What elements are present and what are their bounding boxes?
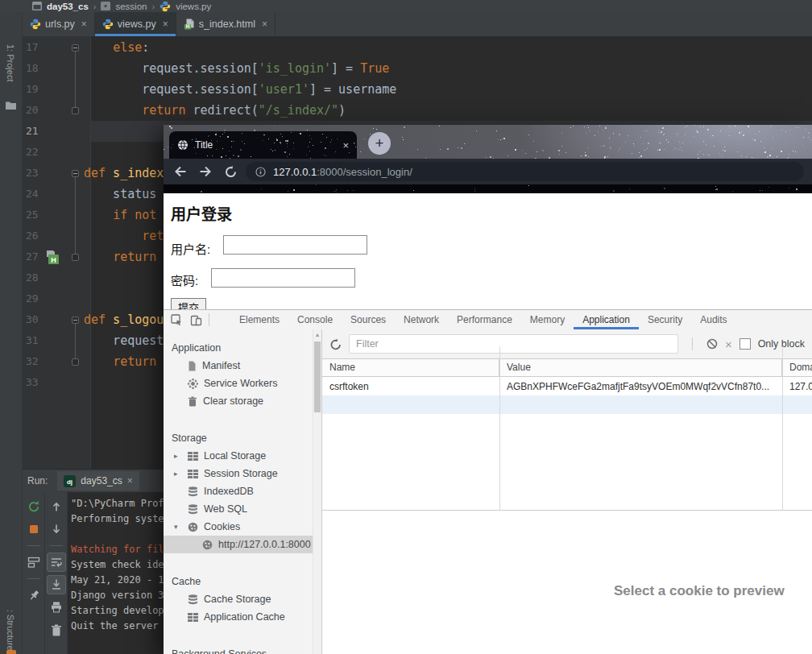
fold-slot <box>66 170 84 177</box>
block-icon[interactable] <box>706 338 718 350</box>
fold-marker[interactable] <box>72 317 79 324</box>
username-input[interactable] <box>223 235 367 255</box>
table-header: NameValueDomain <box>322 359 812 377</box>
disclosure-down-icon[interactable]: ▾ <box>174 523 182 531</box>
clear-icon[interactable]: × <box>725 337 732 351</box>
devtools-tab-application[interactable]: Application <box>574 310 639 329</box>
wrap-icon <box>50 556 63 569</box>
run-tab-day53_cs[interactable]: dj day53_cs × <box>57 471 139 490</box>
column-header-domain[interactable]: Domain <box>782 359 812 376</box>
sidebar-section: ApplicationManifestService WorkersClear … <box>164 339 313 410</box>
close-icon[interactable]: × <box>163 19 168 30</box>
submit-button[interactable]: 提交 <box>171 298 206 309</box>
wrap-button[interactable] <box>47 553 66 572</box>
line-number: 21 <box>23 121 45 142</box>
empty-row[interactable] <box>322 395 812 414</box>
inspect-icon[interactable] <box>171 314 183 326</box>
browser-tab[interactable]: Title × <box>169 131 357 159</box>
template-gutter-icon[interactable]: H <box>45 249 63 265</box>
browser-tab-strip: Title × + <box>164 125 812 159</box>
only-blocked-checkbox[interactable] <box>740 338 751 350</box>
tool-stripe-icon[interactable] <box>6 650 16 654</box>
sidebar-item-web-sql[interactable]: Web SQL <box>164 500 313 518</box>
close-icon[interactable]: × <box>262 19 267 30</box>
gutter-slot: H <box>45 249 66 265</box>
info-icon[interactable] <box>255 167 266 177</box>
close-icon[interactable]: × <box>127 475 133 486</box>
sidebar-item-local-storage[interactable]: ▸Local Storage <box>164 447 313 465</box>
scrollend-button[interactable] <box>47 575 66 594</box>
device-toolbar-icon[interactable] <box>190 314 202 326</box>
devtools-tab-memory[interactable]: Memory <box>521 310 574 329</box>
scrollbar-thumb[interactable] <box>314 341 321 412</box>
stop-button[interactable] <box>24 519 44 539</box>
password-input[interactable] <box>211 268 355 288</box>
address-bar[interactable]: 127.0.0.1:8000/session_login/ <box>246 162 804 181</box>
back-icon[interactable] <box>173 164 188 179</box>
section-title: Storage <box>164 429 313 447</box>
column-divider[interactable] <box>499 346 500 510</box>
sidebar-item-clear-storage[interactable]: Clear storage <box>164 392 313 410</box>
devtools-tab-sources[interactable]: Sources <box>342 310 395 329</box>
fold-marker[interactable] <box>72 44 79 52</box>
pin-button[interactable] <box>24 586 44 605</box>
gutter-slot <box>45 165 66 181</box>
item-label: Session Storage <box>204 468 278 479</box>
sidebar-item-session-storage[interactable]: ▸Session Storage <box>164 465 313 482</box>
reload-icon[interactable] <box>224 165 238 179</box>
rerun-button[interactable] <box>24 497 44 516</box>
filter-input[interactable] <box>349 334 678 354</box>
devtools-tab-console[interactable]: Console <box>288 310 342 329</box>
sidebar-item-indexeddb[interactable]: IndexedDB <box>164 482 313 500</box>
sidebar-item-http-127-0-0-1-8000[interactable]: http://127.0.0.1:8000 <box>164 536 313 553</box>
sidebar-item-cache-storage[interactable]: Cache Storage <box>164 590 313 608</box>
up-button[interactable] <box>47 497 66 516</box>
run-label: Run: <box>27 475 48 486</box>
editor-tab-s_index-html[interactable]: Hs_index.html× <box>176 12 276 36</box>
tool-button-structure[interactable]: : Structure <box>6 610 15 651</box>
devtools-tab-performance[interactable]: Performance <box>448 310 521 329</box>
devtools-tab-security[interactable]: Security <box>639 310 691 329</box>
close-icon[interactable]: × <box>81 19 87 30</box>
sidebar-scrollbar[interactable]: ▲ <box>313 329 321 654</box>
down-button[interactable] <box>47 519 66 539</box>
breadcrumb-item[interactable]: day53_cs <box>47 2 89 11</box>
forward-icon[interactable] <box>198 164 213 179</box>
line-number: 33 <box>23 372 45 393</box>
column-divider[interactable] <box>782 346 783 510</box>
close-tab-icon[interactable]: × <box>342 139 349 151</box>
fold-marker[interactable] <box>72 254 79 261</box>
column-header-value[interactable]: Value <box>499 359 782 376</box>
left-tool-stripe: 1: Project : Structure <box>0 12 23 654</box>
print-button[interactable] <box>47 598 66 617</box>
fold-marker[interactable] <box>72 170 79 177</box>
scroll-up-arrow[interactable]: ▲ <box>313 332 321 337</box>
sidebar-item-manifest[interactable]: Manifest <box>164 357 313 375</box>
disclosure-right-icon[interactable]: ▸ <box>174 452 182 460</box>
sidebar-item-cookies[interactable]: ▾Cookies <box>164 518 313 536</box>
svg-text:H: H <box>51 256 56 264</box>
table-row[interactable]: csrftokenAGBnXPHFWceFGa2mafjtFa9tsyVOEm0… <box>322 377 812 395</box>
fold-marker[interactable] <box>72 358 79 366</box>
trash-button[interactable] <box>47 620 66 640</box>
sidebar-item-service-workers[interactable]: Service Workers <box>164 375 313 392</box>
column-header-name[interactable]: Name <box>322 359 499 376</box>
editor-tab-bar: urls.py×views.py×Hs_index.html× <box>23 12 812 36</box>
editor-tab-views-py[interactable]: views.py× <box>95 12 176 36</box>
tool-button-project[interactable]: 1: Project <box>6 44 15 81</box>
breadcrumb-item[interactable]: views.py <box>176 2 211 11</box>
devtools-tab-network[interactable]: Network <box>395 310 448 329</box>
devtools-tab-elements[interactable]: Elements <box>230 310 288 329</box>
new-tab-button[interactable]: + <box>368 132 391 155</box>
breadcrumb-item[interactable]: session <box>115 2 147 11</box>
sidebar-item-application-cache[interactable]: Application Cache <box>164 608 313 626</box>
sidebar-section: Storage▸Local Storage▸Session StorageInd… <box>164 429 313 553</box>
editor-tab-urls-py[interactable]: urls.py× <box>23 12 95 36</box>
layout-button[interactable] <box>24 553 44 572</box>
fold-marker[interactable] <box>72 107 79 114</box>
only-blocked-label[interactable]: Only block <box>758 338 805 350</box>
devtools-tab-audits[interactable]: Audits <box>691 310 735 329</box>
disclosure-right-icon[interactable]: ▸ <box>174 470 182 478</box>
refresh-icon[interactable] <box>329 338 342 350</box>
gutter-slot <box>45 291 66 307</box>
